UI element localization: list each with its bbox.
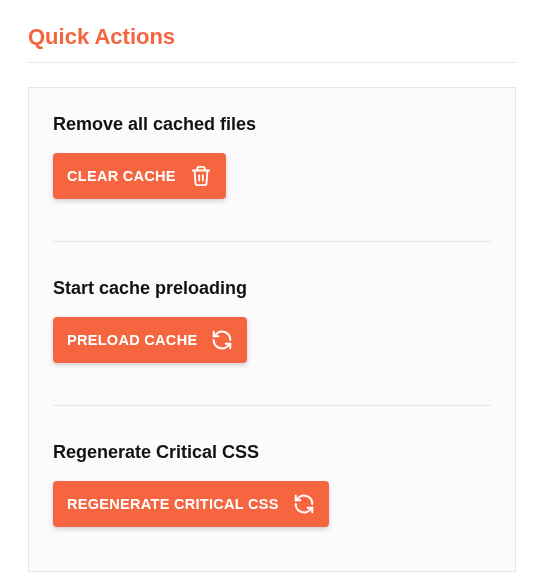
- trash-icon: [190, 165, 212, 187]
- action-heading: Regenerate Critical CSS: [53, 442, 491, 463]
- action-clear-cache: Remove all cached files CLEAR CACHE: [53, 114, 491, 241]
- page-title: Quick Actions: [28, 24, 516, 63]
- clear-cache-button[interactable]: CLEAR CACHE: [53, 153, 226, 199]
- button-label: REGENERATE CRITICAL CSS: [67, 496, 279, 512]
- action-preload-cache: Start cache preloading PRELOAD CACHE: [53, 241, 491, 405]
- action-heading: Remove all cached files: [53, 114, 491, 135]
- action-heading: Start cache preloading: [53, 278, 491, 299]
- button-label: PRELOAD CACHE: [67, 332, 197, 348]
- preload-cache-button[interactable]: PRELOAD CACHE: [53, 317, 247, 363]
- quick-actions-panel: Remove all cached files CLEAR CACHE Star…: [28, 87, 516, 572]
- refresh-icon: [211, 329, 233, 351]
- regenerate-critical-css-button[interactable]: REGENERATE CRITICAL CSS: [53, 481, 329, 527]
- action-regenerate-critical-css: Regenerate Critical CSS REGENERATE CRITI…: [53, 405, 491, 551]
- refresh-icon: [293, 493, 315, 515]
- button-label: CLEAR CACHE: [67, 168, 176, 184]
